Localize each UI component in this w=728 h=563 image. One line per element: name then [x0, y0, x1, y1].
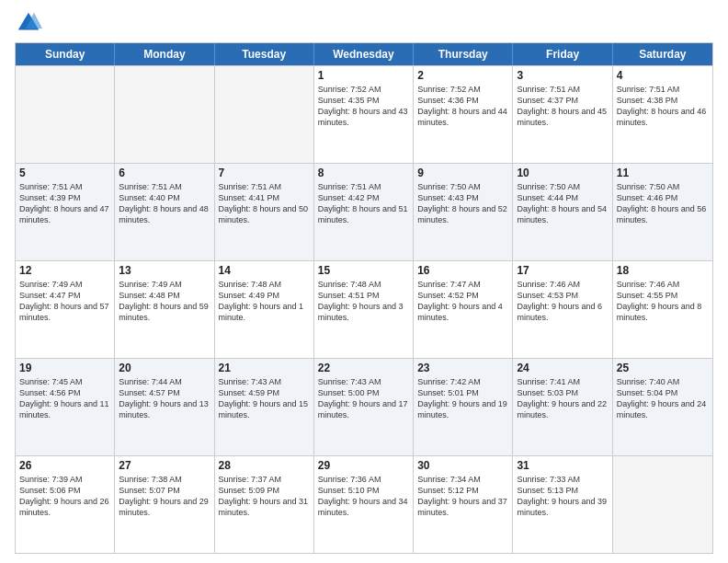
day-number: 27	[119, 459, 210, 472]
calendar-cell: 8Sunrise: 7:51 AM Sunset: 4:42 PM Daylig…	[314, 164, 414, 260]
day-number: 20	[119, 362, 210, 374]
day-number: 17	[517, 264, 608, 277]
cell-text: Sunrise: 7:52 AM Sunset: 4:36 PM Dayligh…	[417, 84, 508, 129]
calendar-header-cell: Sunday	[16, 43, 115, 65]
cell-text: Sunrise: 7:47 AM Sunset: 4:52 PM Dayligh…	[417, 279, 508, 324]
calendar: SundayMondayTuesdayWednesdayThursdayFrid…	[15, 42, 713, 554]
cell-text: Sunrise: 7:33 AM Sunset: 5:13 PM Dayligh…	[517, 474, 608, 519]
calendar-cell: 23Sunrise: 7:42 AM Sunset: 5:01 PM Dayli…	[414, 359, 513, 455]
cell-text: Sunrise: 7:51 AM Sunset: 4:39 PM Dayligh…	[19, 181, 110, 226]
calendar-header-cell: Thursday	[414, 43, 513, 65]
day-number: 12	[19, 264, 110, 277]
day-number: 15	[318, 264, 409, 277]
calendar-cell-empty	[613, 456, 712, 553]
cell-text: Sunrise: 7:51 AM Sunset: 4:41 PM Dayligh…	[219, 181, 310, 226]
calendar-body: 1Sunrise: 7:52 AM Sunset: 4:35 PM Daylig…	[16, 65, 712, 553]
cell-text: Sunrise: 7:49 AM Sunset: 4:47 PM Dayligh…	[19, 279, 110, 324]
cell-text: Sunrise: 7:42 AM Sunset: 5:01 PM Dayligh…	[417, 376, 508, 421]
cell-text: Sunrise: 7:40 AM Sunset: 5:04 PM Dayligh…	[617, 376, 709, 421]
cell-text: Sunrise: 7:37 AM Sunset: 5:09 PM Dayligh…	[219, 474, 310, 519]
calendar-cell: 15Sunrise: 7:48 AM Sunset: 4:51 PM Dayli…	[314, 261, 414, 358]
day-number: 28	[219, 459, 310, 472]
calendar-cell: 9Sunrise: 7:50 AM Sunset: 4:43 PM Daylig…	[414, 164, 513, 260]
calendar-cell: 5Sunrise: 7:51 AM Sunset: 4:39 PM Daylig…	[16, 164, 115, 260]
day-number: 4	[617, 69, 709, 82]
day-number: 25	[617, 362, 709, 374]
logo	[15, 9, 46, 37]
calendar-cell: 2Sunrise: 7:52 AM Sunset: 4:36 PM Daylig…	[414, 66, 513, 163]
day-number: 7	[219, 167, 310, 179]
day-number: 22	[318, 362, 409, 374]
day-number: 29	[318, 459, 409, 472]
day-number: 30	[417, 459, 508, 472]
day-number: 11	[617, 167, 709, 179]
calendar-cell: 18Sunrise: 7:46 AM Sunset: 4:55 PM Dayli…	[613, 261, 712, 358]
calendar-header-cell: Monday	[115, 43, 214, 65]
day-number: 10	[517, 167, 608, 179]
calendar-cell: 24Sunrise: 7:41 AM Sunset: 5:03 PM Dayli…	[513, 359, 612, 455]
day-number: 9	[417, 167, 508, 179]
calendar-row: 12Sunrise: 7:49 AM Sunset: 4:47 PM Dayli…	[16, 260, 712, 358]
calendar-cell-empty	[16, 66, 115, 163]
day-number: 2	[417, 69, 508, 82]
calendar-row: 19Sunrise: 7:45 AM Sunset: 4:56 PM Dayli…	[16, 358, 712, 455]
calendar-cell: 30Sunrise: 7:34 AM Sunset: 5:12 PM Dayli…	[414, 456, 513, 553]
day-number: 18	[617, 264, 709, 277]
calendar-row: 5Sunrise: 7:51 AM Sunset: 4:39 PM Daylig…	[16, 163, 712, 260]
calendar-header-cell: Wednesday	[314, 43, 414, 65]
calendar-row: 26Sunrise: 7:39 AM Sunset: 5:06 PM Dayli…	[16, 455, 712, 553]
calendar-header-cell: Friday	[513, 43, 612, 65]
calendar-cell: 19Sunrise: 7:45 AM Sunset: 4:56 PM Dayli…	[16, 359, 115, 455]
day-number: 31	[517, 459, 608, 472]
cell-text: Sunrise: 7:43 AM Sunset: 5:00 PM Dayligh…	[318, 376, 409, 421]
day-number: 23	[417, 362, 508, 374]
cell-text: Sunrise: 7:38 AM Sunset: 5:07 PM Dayligh…	[119, 474, 210, 519]
cell-text: Sunrise: 7:45 AM Sunset: 4:56 PM Dayligh…	[19, 376, 110, 421]
day-number: 24	[517, 362, 608, 374]
cell-text: Sunrise: 7:46 AM Sunset: 4:53 PM Dayligh…	[517, 279, 608, 324]
calendar-header: SundayMondayTuesdayWednesdayThursdayFrid…	[16, 43, 712, 65]
day-number: 6	[119, 167, 210, 179]
cell-text: Sunrise: 7:41 AM Sunset: 5:03 PM Dayligh…	[517, 376, 608, 421]
calendar-cell: 16Sunrise: 7:47 AM Sunset: 4:52 PM Dayli…	[414, 261, 513, 358]
cell-text: Sunrise: 7:51 AM Sunset: 4:40 PM Dayligh…	[119, 181, 210, 226]
cell-text: Sunrise: 7:51 AM Sunset: 4:37 PM Dayligh…	[517, 84, 608, 129]
cell-text: Sunrise: 7:43 AM Sunset: 4:59 PM Dayligh…	[219, 376, 310, 421]
day-number: 21	[219, 362, 310, 374]
cell-text: Sunrise: 7:46 AM Sunset: 4:55 PM Dayligh…	[617, 279, 709, 324]
day-number: 16	[417, 264, 508, 277]
cell-text: Sunrise: 7:51 AM Sunset: 4:42 PM Dayligh…	[318, 181, 409, 226]
calendar-cell: 3Sunrise: 7:51 AM Sunset: 4:37 PM Daylig…	[513, 66, 612, 163]
calendar-cell: 31Sunrise: 7:33 AM Sunset: 5:13 PM Dayli…	[513, 456, 612, 553]
cell-text: Sunrise: 7:50 AM Sunset: 4:43 PM Dayligh…	[417, 181, 508, 226]
calendar-cell: 20Sunrise: 7:44 AM Sunset: 4:57 PM Dayli…	[115, 359, 214, 455]
calendar-cell: 29Sunrise: 7:36 AM Sunset: 5:10 PM Dayli…	[314, 456, 414, 553]
calendar-cell: 25Sunrise: 7:40 AM Sunset: 5:04 PM Dayli…	[613, 359, 712, 455]
calendar-cell: 7Sunrise: 7:51 AM Sunset: 4:41 PM Daylig…	[215, 164, 314, 260]
cell-text: Sunrise: 7:52 AM Sunset: 4:35 PM Dayligh…	[318, 84, 409, 129]
calendar-cell: 28Sunrise: 7:37 AM Sunset: 5:09 PM Dayli…	[215, 456, 314, 553]
cell-text: Sunrise: 7:36 AM Sunset: 5:10 PM Dayligh…	[318, 474, 409, 519]
day-number: 1	[318, 69, 409, 82]
day-number: 5	[19, 167, 110, 179]
cell-text: Sunrise: 7:34 AM Sunset: 5:12 PM Dayligh…	[417, 474, 508, 519]
calendar-cell: 6Sunrise: 7:51 AM Sunset: 4:40 PM Daylig…	[115, 164, 214, 260]
calendar-header-cell: Tuesday	[215, 43, 314, 65]
day-number: 19	[19, 362, 110, 374]
calendar-cell: 13Sunrise: 7:49 AM Sunset: 4:48 PM Dayli…	[115, 261, 214, 358]
calendar-cell: 11Sunrise: 7:50 AM Sunset: 4:46 PM Dayli…	[613, 164, 712, 260]
cell-text: Sunrise: 7:39 AM Sunset: 5:06 PM Dayligh…	[19, 474, 110, 519]
calendar-cell: 4Sunrise: 7:51 AM Sunset: 4:38 PM Daylig…	[613, 66, 712, 163]
calendar-cell: 17Sunrise: 7:46 AM Sunset: 4:53 PM Dayli…	[513, 261, 612, 358]
calendar-header-cell: Saturday	[613, 43, 712, 65]
cell-text: Sunrise: 7:49 AM Sunset: 4:48 PM Dayligh…	[119, 279, 210, 324]
calendar-cell-empty	[115, 66, 214, 163]
calendar-cell: 22Sunrise: 7:43 AM Sunset: 5:00 PM Dayli…	[314, 359, 414, 455]
calendar-cell: 14Sunrise: 7:48 AM Sunset: 4:49 PM Dayli…	[215, 261, 314, 358]
calendar-cell: 1Sunrise: 7:52 AM Sunset: 4:35 PM Daylig…	[314, 66, 414, 163]
calendar-cell-empty	[215, 66, 314, 163]
logo-icon	[15, 9, 42, 37]
day-number: 3	[517, 69, 608, 82]
calendar-cell: 12Sunrise: 7:49 AM Sunset: 4:47 PM Dayli…	[16, 261, 115, 358]
calendar-cell: 21Sunrise: 7:43 AM Sunset: 4:59 PM Dayli…	[215, 359, 314, 455]
